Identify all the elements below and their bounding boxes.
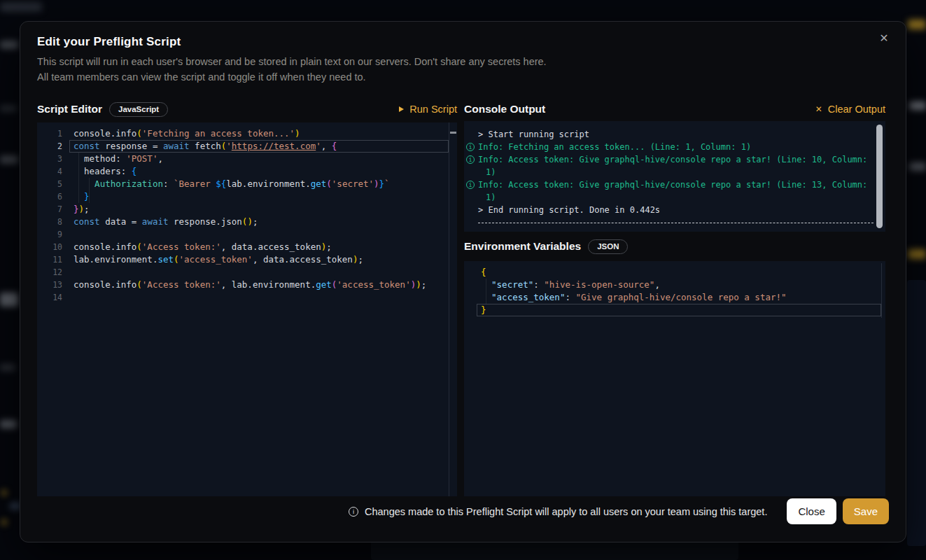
info-icon: i: [466, 181, 475, 189]
code-line: });: [73, 203, 426, 216]
console-line: 1): [464, 166, 885, 178]
console-line: iInfo: Access token: Give graphql-hive/c…: [464, 178, 885, 191]
language-badge: JavaScript: [109, 102, 168, 117]
code-line: console.info('Access token:', lab.enviro…: [73, 279, 426, 291]
backdrop-blob: [0, 105, 17, 112]
script-editor-header: Script Editor JavaScript Run Script: [37, 100, 457, 118]
environment-variables-header: Environment Variables JSON: [464, 237, 885, 255]
console-line: > Start running script: [464, 128, 885, 141]
backdrop-blob: [0, 41, 18, 49]
console-separator: [478, 223, 874, 223]
preflight-script-modal: ✕ Edit your Preflight Script This script…: [20, 21, 906, 542]
console-line: iInfo: Access token: Give graphql-hive/c…: [464, 153, 885, 166]
code-line: {: [481, 266, 787, 279]
line-number: 2: [37, 140, 69, 153]
line-number: 10: [37, 241, 69, 253]
modal-footer: i Changes made to this Preflight Script …: [349, 498, 889, 524]
code-line: [73, 228, 426, 241]
line-number-gutter: 1234567891011121314: [37, 127, 69, 304]
backdrop-blob: [0, 155, 18, 164]
code-line: headers: {: [73, 165, 426, 178]
backdrop-blob: [908, 249, 926, 259]
code-line: Authorization: `Bearer ${lab.environment…: [73, 178, 426, 190]
environment-variables-title: Environment Variables: [464, 240, 581, 253]
console-output-panel[interactable]: > Start running scriptiInfo: Fetching an…: [464, 121, 885, 232]
console-line: 1): [464, 191, 885, 204]
page-title: Edit your Preflight Script: [37, 35, 181, 49]
code-line: [73, 266, 426, 279]
code-line: method: 'POST',: [73, 153, 426, 165]
env-code: { "secret": "hive-is-open-source", "acce…: [481, 266, 787, 316]
run-script-label: Run Script: [409, 104, 457, 115]
info-icon: i: [349, 507, 358, 517]
footer-note: Changes made to this Preflight Script wi…: [365, 506, 767, 517]
line-number: 7: [37, 203, 69, 216]
console-line: iInfo: Fetching an access token... (Line…: [464, 141, 885, 153]
backdrop-blob: [908, 20, 926, 29]
code-line: const data = await response.json();: [73, 216, 426, 228]
editor-scroll-divider: [449, 122, 449, 496]
backdrop-blob: [1, 519, 7, 525]
backdrop-blob: [1, 490, 7, 496]
modal-description-line1: This script will run in each user's brow…: [37, 54, 547, 69]
environment-variables-editor[interactable]: { "secret": "hive-is-open-source", "acce…: [464, 261, 885, 496]
code-line: "secret": "hive-is-open-source",: [481, 279, 787, 291]
line-number: 5: [37, 178, 69, 190]
code-line: console.info('Access token:', data.acces…: [73, 241, 426, 253]
backdrop-blob: [0, 293, 18, 307]
line-number: 4: [37, 165, 69, 178]
code-line: }: [481, 304, 787, 316]
close-button[interactable]: Close: [787, 498, 836, 524]
code-line: console.info('Fetching an access token..…: [73, 127, 426, 140]
scrollbar-thumb[interactable]: [876, 125, 883, 228]
code-line: [73, 291, 426, 304]
overview-ruler-marker: [450, 132, 456, 134]
code-line: const response = await fetch('https://te…: [73, 140, 426, 153]
code-line: "access_token": "Give graphql-hive/conso…: [481, 291, 787, 304]
line-number: 11: [37, 253, 69, 266]
code-line: lab.environment.set('access_token', data…: [73, 253, 426, 266]
console-lines: > Start running scriptiInfo: Fetching an…: [464, 128, 885, 223]
backdrop-blob: [0, 364, 15, 371]
script-editor[interactable]: 1234567891011121314 console.info('Fetchi…: [37, 122, 457, 496]
editor-scroll-divider: [881, 263, 882, 318]
json-badge: JSON: [588, 239, 628, 254]
line-number: 3: [37, 153, 69, 165]
script-editor-title: Script Editor: [37, 103, 102, 115]
save-button[interactable]: Save: [843, 498, 889, 524]
line-number: 9: [37, 228, 69, 241]
line-number: 13: [37, 279, 69, 291]
console-line: > End running script. Done in 0.442s: [464, 204, 885, 216]
backdrop-blob: [907, 280, 926, 546]
backdrop-blob: [909, 102, 926, 110]
modal-description-line2: All team members can view the script and…: [37, 69, 547, 85]
backdrop-blob: [0, 2, 42, 12]
backdrop-blob: [371, 540, 738, 560]
backdrop-blob: [909, 162, 926, 171]
play-icon: [399, 106, 404, 112]
line-number: 6: [37, 190, 69, 203]
info-icon: i: [466, 155, 475, 164]
info-icon: i: [466, 143, 475, 151]
console-header: Console Output ✕ Clear Output: [464, 100, 885, 118]
line-number: 12: [37, 266, 69, 279]
line-number: 8: [37, 216, 69, 228]
line-number: 1: [37, 127, 69, 140]
clear-icon: ✕: [815, 105, 822, 113]
script-code: console.info('Fetching an access token..…: [73, 127, 426, 304]
clear-output-button[interactable]: ✕ Clear Output: [815, 104, 885, 115]
code-line: }: [73, 190, 426, 203]
console-output-title: Console Output: [464, 103, 545, 115]
backdrop-blob: [0, 420, 17, 428]
line-number: 14: [37, 291, 69, 304]
close-icon[interactable]: ✕: [876, 31, 892, 46]
clear-output-label: Clear Output: [828, 104, 885, 115]
run-script-button[interactable]: Run Script: [399, 104, 457, 115]
modal-description: This script will run in each user's brow…: [37, 54, 547, 85]
